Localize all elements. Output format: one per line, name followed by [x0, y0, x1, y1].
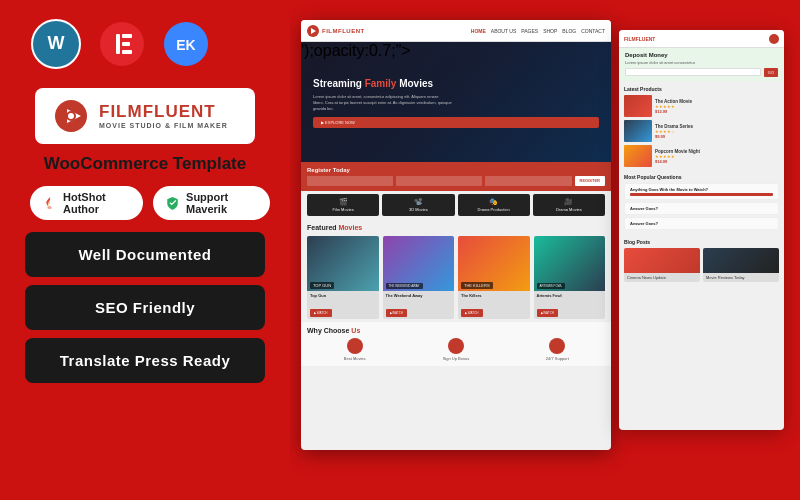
ss-movie-btn-4[interactable]: ▶ WATCH [537, 309, 559, 317]
ss-nav-pages: PAGES [521, 28, 538, 34]
ss-blog-card-2: Movie Reviews Today [703, 248, 779, 282]
ss-products-list: The Action Movie ★★★★★ $12.99 The Drama … [624, 95, 779, 167]
ss-deposit-title: Deposit Money [625, 52, 778, 58]
ss-movie-title-3: The Killers [458, 291, 530, 300]
ss-movie-card-2: THE WEEKEND AWAY The Weekend Away ▶ WATC… [383, 236, 455, 319]
ss-faq-label: Most Popular Questions [624, 174, 779, 180]
ss-why-support: 24/7 Support [510, 338, 605, 361]
ss-hero: ');opacity:0.7;"> Streaming Family Movie… [301, 42, 611, 162]
left-panel: W EK [0, 0, 290, 500]
svg-rect-6 [122, 42, 130, 46]
ss-blog-img-2 [703, 248, 779, 273]
brand-box: FILMFLUENT MOVIE STUDIO & FILM MAKER [35, 88, 255, 144]
ss-faq-3: Answer Goes? [624, 217, 779, 230]
ss-movie-poster-2: THE WEEKEND AWAY [383, 236, 455, 291]
ss-movie-btn-1[interactable]: ▶ WATCH [310, 309, 332, 317]
svg-rect-7 [122, 50, 132, 54]
ss-movie-title-1: Top Gun [307, 291, 379, 300]
svg-point-13 [68, 113, 74, 119]
ss-blog-section: Blog Posts Cinema News Update Movie Revi… [619, 237, 784, 287]
ss-side-logo: FILMFLUENT [624, 36, 655, 42]
ss-blog-row: Cinema News Update Movie Reviews Today [624, 248, 779, 282]
hotshot-author-label: HotShot Author [63, 191, 131, 215]
ss-cat-drama2: 🎥 Drama Movies [533, 194, 605, 216]
svg-text:EK: EK [176, 37, 195, 53]
ss-product-row-3: Popcorn Movie Night ★★★★★ $14.99 [624, 145, 779, 167]
ss-movie-title-4: Artemis Fowl [534, 291, 606, 300]
ss-nav-logo: FILMFLUENT [322, 28, 365, 34]
ss-movie-title-2: The Weekend Away [383, 291, 455, 300]
ss-movie-btn-2[interactable]: ▶ WATCH [386, 309, 408, 317]
ss-category-row: 🎬 Film Movies 📽️ 3D Movies 🎭 Drama Produ… [301, 191, 611, 219]
ss-faq-1: Anything Goes With the Movie to Watch? [624, 183, 779, 200]
ss-product-img-2 [624, 120, 652, 142]
ss-register-input-2[interactable] [396, 176, 482, 186]
support-maverik-label: Support Maverik [186, 191, 258, 215]
ss-nav-contact: CONTACT [581, 28, 605, 34]
ss-register-box: Register Today REGISTER [301, 162, 611, 191]
ss-cat-drama: 🎭 Drama Production [458, 194, 530, 216]
ss-register-input[interactable] [307, 176, 393, 186]
right-panel: FILMFLUENT HOME ABOUT US PAGES SHOP BLOG… [290, 0, 800, 500]
ss-movie-poster-1: TOP GUN [307, 236, 379, 291]
ss-blog-label: Blog Posts [624, 239, 779, 245]
ss-products-label: Latest Products [624, 86, 779, 92]
ss-product-info-2: The Drama Series ★★★★☆ $9.99 [655, 124, 693, 139]
ss-movie-poster-4: ARTEMIS FOWL [534, 236, 606, 291]
ss-product-info-1: The Action Movie ★★★★★ $12.99 [655, 99, 692, 114]
translate-press-btn[interactable]: Translate Press Ready [25, 338, 265, 383]
ss-product-info-3: Popcorn Movie Night ★★★★★ $14.99 [655, 149, 700, 164]
elementor-icon [98, 20, 146, 72]
ss-faq-2: Answer Goes? [624, 202, 779, 215]
side-screenshot: FILMFLUENT Deposit Money Lorem ipsum dol… [619, 30, 784, 430]
ss-why-section: Why Choose Us Best Movies Sign Up Bonus … [301, 322, 611, 366]
main-container: W EK [0, 0, 800, 500]
ss-nav-links: HOME ABOUT US PAGES SHOP BLOG CONTACT [471, 28, 605, 34]
well-documented-btn[interactable]: Well Documented [25, 232, 265, 277]
support-maverik-badge: Support Maverik [153, 186, 270, 220]
brand-name: FILMFLUENT [99, 103, 228, 122]
ss-movie-btn-3[interactable]: ▶ WATCH [461, 309, 483, 317]
ss-featured-title: Featured Movies [301, 219, 611, 233]
ss-product-img-1 [624, 95, 652, 117]
ss-blog-card-1: Cinema News Update [624, 248, 700, 282]
ss-cat-film: 🎬 Film Movies [307, 194, 379, 216]
ss-nav-blog: BLOG [562, 28, 576, 34]
svg-rect-4 [116, 34, 120, 54]
badges-row: HotShot Author Support Maverik [30, 186, 270, 220]
ss-latest-products: Latest Products The Action Movie ★★★★★ $… [619, 81, 784, 172]
ss-movies-row: TOP GUN Top Gun ▶ WATCH THE WEEKEND AWAY… [301, 233, 611, 322]
svg-rect-5 [122, 34, 132, 38]
wordpress-icon: W [30, 18, 82, 74]
ss-product-img-3 [624, 145, 652, 167]
ss-register-input-3[interactable] [485, 176, 571, 186]
brand-subtitle: MOVIE STUDIO & FILM MAKER [99, 122, 228, 129]
ss-movie-card-3: THE KILLERS The Killers ▶ WATCH [458, 236, 530, 319]
top-icons-row: W EK [30, 18, 210, 74]
ss-cat-3d: 📽️ 3D Movies [382, 194, 454, 216]
ss-register-title: Register Today [307, 167, 605, 173]
main-screenshot: FILMFLUENT HOME ABOUT US PAGES SHOP BLOG… [301, 20, 611, 450]
ss-nav-home: HOME [471, 28, 486, 34]
brand-text: FILMFLUENT MOVIE STUDIO & FILM MAKER [99, 103, 228, 129]
ss-register-btn[interactable]: REGISTER [575, 176, 605, 186]
ss-why-best-movies: Best Movies [307, 338, 402, 361]
ss-hero-cta[interactable]: ▶ EXPLORE NOW [313, 117, 599, 128]
ss-navbar: FILMFLUENT HOME ABOUT US PAGES SHOP BLOG… [301, 20, 611, 42]
ss-why-icons: Best Movies Sign Up Bonus 24/7 Support [307, 338, 605, 361]
ek-icon: EK [162, 20, 210, 72]
ss-movie-card-1: TOP GUN Top Gun ▶ WATCH [307, 236, 379, 319]
ss-deposit-section: Deposit Money Lorem ipsum dolor sit amet… [619, 48, 784, 81]
ss-nav-about: ABOUT US [491, 28, 516, 34]
ss-hero-desc: Lorem ipsum dolor sit amet, consectetur … [313, 94, 599, 112]
brand-logo-icon [53, 98, 89, 134]
seo-friendly-btn[interactable]: SEO Friendly [25, 285, 265, 330]
ss-movie-poster-3: THE KILLERS [458, 236, 530, 291]
ss-why-signup: Sign Up Bonus [408, 338, 503, 361]
ss-blog-img-1 [624, 248, 700, 273]
ss-hero-title: Streaming Family Movies [313, 77, 599, 90]
ss-product-row-1: The Action Movie ★★★★★ $12.99 [624, 95, 779, 117]
ss-why-title: Why Choose Us [307, 327, 605, 334]
ss-register-form: REGISTER [307, 176, 605, 186]
woocommerce-label: WooCommerce Template [44, 154, 246, 174]
